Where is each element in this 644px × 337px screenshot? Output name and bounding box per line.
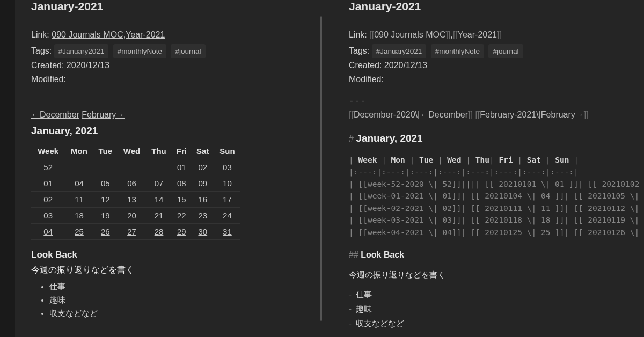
meta-modified: Modified: [31, 72, 306, 86]
tags-label: Tags: [349, 46, 369, 55]
calendar-day-link[interactable]: 08 [177, 179, 186, 188]
calendar-cell: 28 [146, 224, 172, 240]
calendar-cell: 03 [31, 208, 65, 224]
calendar-day-link[interactable]: 03 [43, 211, 53, 220]
hr-source: --- [349, 96, 644, 106]
created-label: Created: [349, 61, 382, 70]
lookback-source[interactable]: 今週の振り返りなどを書く - 仕事- 趣味- 収支などなど [349, 267, 644, 331]
table-row: 0425262728293031 [31, 224, 240, 240]
calendar-day-link[interactable]: 17 [223, 195, 232, 204]
calendar-day-link[interactable]: 07 [155, 179, 164, 188]
calendar-cell: 13 [118, 192, 146, 208]
calendar-day-link[interactable]: 11 [75, 195, 84, 204]
tags-label: Tags: [31, 46, 52, 55]
tag-monthlynote[interactable]: #monthlyNote [431, 44, 484, 59]
calendar-cell: 05 [93, 175, 118, 192]
calendar-cell: 29 [172, 224, 192, 240]
link-label: Link: [31, 30, 49, 39]
calendar-cell: 15 [172, 192, 192, 208]
link-year-2021[interactable]: Year-2021 [126, 30, 165, 39]
calendar-day-link[interactable]: 29 [177, 227, 186, 236]
calendar-header-cell: Thu [146, 143, 172, 159]
calendar-day-link[interactable]: 18 [75, 211, 84, 220]
calendar-day-link[interactable]: 30 [198, 227, 207, 236]
link-journals-moc[interactable]: 090 Journals MOC [374, 30, 445, 39]
calendar-cell: 06 [118, 175, 146, 192]
meta-created: Created: 2020/12/13 [349, 58, 644, 72]
calendar-day-link[interactable]: 06 [127, 179, 136, 188]
h2-text: Look Back [361, 250, 404, 259]
calendar-day-link[interactable]: 28 [155, 227, 164, 236]
calendar-day-link[interactable]: 24 [223, 211, 232, 220]
calendar-day-link[interactable]: 12 [101, 195, 110, 204]
h1-source: # January, 2021 [349, 133, 644, 144]
table-row: 52010203 [31, 159, 240, 175]
calendar-day-link[interactable]: 09 [198, 179, 207, 188]
lookback-text: 今週の振り返りなどを書く [349, 267, 644, 282]
nav-prev-month[interactable]: ←December [31, 110, 79, 119]
calendar-day-link[interactable]: 31 [223, 227, 232, 236]
calendar-day-link[interactable]: 03 [223, 163, 232, 172]
tag-january2021[interactable]: #January2021 [372, 44, 427, 59]
created-value: 2020/12/13 [384, 61, 427, 70]
lookback-heading: Look Back [31, 250, 306, 260]
calendar-cell [93, 159, 118, 175]
calendar-day-link[interactable]: 05 [101, 179, 110, 188]
calendar-day-link[interactable]: 21 [155, 211, 164, 220]
tag-journal[interactable]: #journal [171, 44, 205, 59]
source-line[interactable]: | [[week-02-2021 \| 02]]| [[ 20210111 \|… [349, 202, 644, 214]
calendar-day-link[interactable]: 20 [127, 211, 136, 220]
calendar-day-link[interactable]: 27 [127, 227, 136, 236]
source-pane[interactable]: January-2021 Link: [[090 Journals MOC]],… [322, 0, 644, 337]
source-line[interactable]: | [[week-04-2021 \| 04]]| [[ 20210125 \|… [349, 226, 644, 238]
calendar-cell: 03 [214, 159, 240, 175]
calendar-day-link[interactable]: 10 [223, 179, 232, 188]
link-year-2021[interactable]: Year-2021 [458, 30, 497, 39]
calendar-cell: 04 [65, 175, 93, 192]
calendar-header-cell: Mon [65, 143, 93, 159]
calendar-day-link[interactable]: 52 [43, 163, 53, 172]
calendar-cell: 09 [192, 175, 214, 192]
calendar-day-link[interactable]: 22 [177, 211, 186, 220]
calendar-cell: 11 [65, 192, 93, 208]
source-line[interactable]: |:---:|:---:|:---:|:---:|:---:|:---:|:--… [349, 166, 644, 178]
calendar-day-link[interactable]: 23 [198, 211, 207, 220]
calendar-day-link[interactable]: 14 [155, 195, 164, 204]
calendar-day-link[interactable]: 19 [101, 211, 110, 220]
tag-journal[interactable]: #journal [488, 44, 523, 59]
source-line[interactable]: | [[week-01-2021 \| 01]]| [[ 20210104 \|… [349, 190, 644, 202]
nav-source[interactable]: [[December-2020\|←December]] [[February-… [349, 108, 644, 122]
calendar-cell: 27 [118, 224, 146, 240]
meta-links: Link: 090 Journals MOC,Year-2021 [31, 28, 306, 42]
calendar-cell: 10 [214, 175, 240, 192]
calendar-day-link[interactable]: 13 [127, 195, 136, 204]
source-line[interactable]: | [[week-52-2020 \| 52]]|||| [[ 20210101… [349, 178, 644, 190]
calendar-header-cell: Tue [93, 143, 118, 159]
nav-next-month[interactable]: February→ [82, 110, 125, 119]
source-line[interactable]: | [[week-03-2021 \| 03]]| [[ 20210118 \|… [349, 214, 644, 226]
link-journals-moc[interactable]: 090 Journals MOC [52, 30, 123, 39]
tag-monthlynote[interactable]: #monthlyNote [113, 44, 166, 59]
calendar-day-link[interactable]: 04 [43, 227, 53, 236]
calendar-day-link[interactable]: 01 [177, 163, 186, 172]
link-label: Link: [349, 30, 367, 39]
source-line[interactable]: | Week | Mon | Tue | Wed | Thu| Fri | Sa… [349, 154, 644, 166]
tag-january2021[interactable]: #January2021 [54, 44, 109, 59]
calendar-day-link[interactable]: 02 [198, 163, 207, 172]
calendar-day-link[interactable]: 04 [75, 179, 84, 188]
calendar-day-link[interactable]: 25 [75, 227, 84, 236]
table-row: 0211121314151617 [31, 192, 240, 208]
calendar-day-link[interactable]: 02 [43, 195, 53, 204]
calendar-day-link[interactable]: 15 [177, 195, 186, 204]
calendar-header-cell: Sun [214, 143, 240, 159]
calendar-cell: 14 [146, 192, 172, 208]
calendar-day-link[interactable]: 16 [198, 195, 207, 204]
calendar-day-link[interactable]: 26 [101, 227, 110, 236]
markdown-table-source[interactable]: | Week | Mon | Tue | Wed | Thu| Fri | Sa… [349, 154, 644, 238]
calendar-header-cell: Fri [172, 143, 192, 159]
calendar-body: 5201020301040506070809100211121314151617… [31, 159, 240, 240]
calendar-cell: 20 [118, 208, 146, 224]
calendar-cell: 26 [93, 224, 118, 240]
list-item: 趣味 [49, 294, 306, 307]
calendar-day-link[interactable]: 01 [43, 179, 53, 188]
